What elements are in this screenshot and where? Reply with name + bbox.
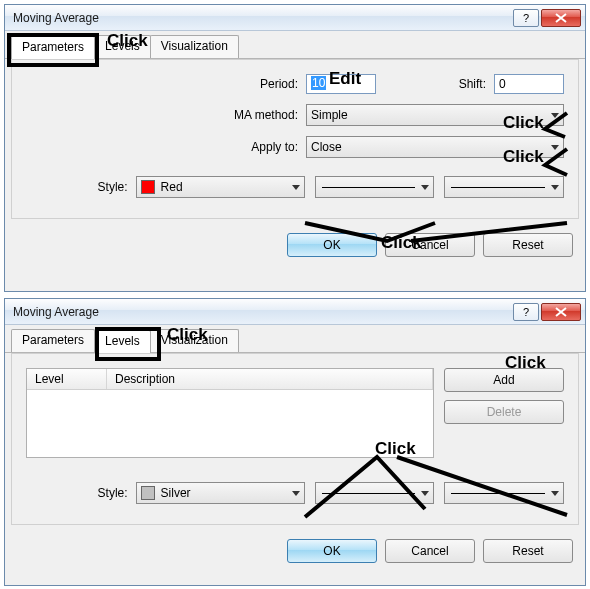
cancel-button[interactable]: Cancel [385, 539, 475, 563]
levels-pane: Level Description Add Delete Style: Silv… [11, 353, 579, 525]
col-level[interactable]: Level [27, 369, 107, 389]
style-color-combo[interactable]: Silver [136, 482, 305, 504]
ok-button[interactable]: OK [287, 539, 377, 563]
ma-method-label: MA method: [26, 108, 306, 122]
chevron-down-icon [292, 491, 300, 496]
window-title: Moving Average [13, 305, 511, 319]
chevron-down-icon [551, 145, 559, 150]
col-description[interactable]: Description [107, 369, 433, 389]
chevron-down-icon [551, 113, 559, 118]
chevron-down-icon [551, 185, 559, 190]
chevron-down-icon [292, 185, 300, 190]
line-preview [451, 493, 545, 494]
ok-button[interactable]: OK [287, 233, 377, 257]
add-button[interactable]: Add [444, 368, 564, 392]
parameters-pane: Period: 10 Shift: MA method: Simple Appl… [11, 59, 579, 219]
style-linestyle-combo[interactable] [315, 176, 435, 198]
moving-average-dialog-levels: Moving Average ? Click Click Click Param… [4, 298, 586, 586]
list-header: Level Description [27, 369, 433, 390]
chevron-down-icon [421, 491, 429, 496]
cancel-button[interactable]: Cancel [385, 233, 475, 257]
help-button[interactable]: ? [513, 303, 539, 321]
color-swatch [141, 180, 155, 194]
window-title: Moving Average [13, 11, 511, 25]
chevron-down-icon [551, 491, 559, 496]
tab-visualization[interactable]: Visualization [150, 329, 239, 352]
tab-parameters[interactable]: Parameters [11, 329, 95, 352]
line-preview [322, 493, 416, 494]
titlebar[interactable]: Moving Average ? [5, 5, 585, 31]
titlebar[interactable]: Moving Average ? [5, 299, 585, 325]
dialog-button-row: OK Cancel Reset [5, 531, 585, 573]
levels-listbox[interactable]: Level Description [26, 368, 434, 458]
moving-average-dialog-parameters: Moving Average ? Click Edit Click Click … [4, 4, 586, 292]
reset-button[interactable]: Reset [483, 539, 573, 563]
tab-strip: Parameters Levels Visualization [5, 325, 585, 353]
reset-button[interactable]: Reset [483, 233, 573, 257]
chevron-down-icon [421, 185, 429, 190]
help-button[interactable]: ? [513, 9, 539, 27]
style-label: Style: [26, 486, 136, 500]
tab-parameters[interactable]: Parameters [11, 36, 95, 59]
style-label: Style: [26, 180, 136, 194]
shift-input[interactable] [494, 74, 564, 94]
line-preview [322, 187, 416, 188]
style-color-combo[interactable]: Red [136, 176, 305, 198]
ma-method-combo[interactable]: Simple [306, 104, 564, 126]
color-swatch [141, 486, 155, 500]
close-button[interactable] [541, 9, 581, 27]
delete-button[interactable]: Delete [444, 400, 564, 424]
style-linewidth-combo[interactable] [444, 482, 564, 504]
style-linewidth-combo[interactable] [444, 176, 564, 198]
tab-levels[interactable]: Levels [94, 330, 151, 353]
tab-strip: Parameters Levels Visualization [5, 31, 585, 59]
tab-visualization[interactable]: Visualization [150, 35, 239, 58]
close-button[interactable] [541, 303, 581, 321]
dialog-button-row: OK Cancel Reset [5, 225, 585, 267]
style-linestyle-combo[interactable] [315, 482, 435, 504]
period-input[interactable]: 10 [306, 74, 376, 94]
apply-to-label: Apply to: [26, 140, 306, 154]
line-preview [451, 187, 545, 188]
shift-label: Shift: [444, 77, 494, 91]
apply-to-combo[interactable]: Close [306, 136, 564, 158]
period-label: Period: [26, 77, 306, 91]
tab-levels[interactable]: Levels [94, 35, 151, 58]
